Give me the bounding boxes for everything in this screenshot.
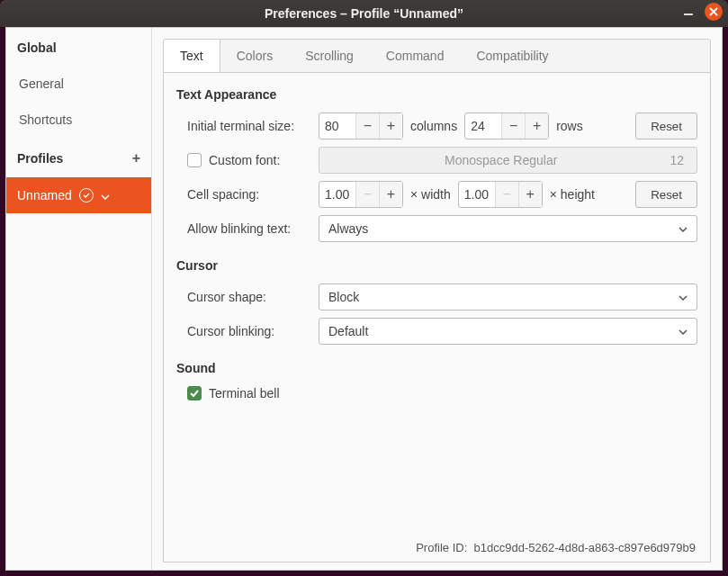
chevron-down-icon [679,327,688,337]
rows-minus-icon[interactable]: − [501,113,525,139]
font-size: 12 [670,153,684,167]
profile-menu-chevron-icon[interactable] [101,188,110,202]
profile-id-value: b1dcc9dd-5262-4d8d-a863-c897e6d979b9 [474,541,697,554]
label-width: × width [410,187,451,202]
font-chooser-button[interactable]: Monospace Regular 12 [319,147,697,174]
section-cursor: Cursor [176,258,697,273]
rows-stepper[interactable]: − + [464,112,549,140]
tab-command[interactable]: Command [370,40,461,72]
columns-stepper[interactable]: − + [319,112,403,140]
label-terminal-bell: Terminal bell [209,386,280,400]
profile-id-label: Profile ID: [416,541,467,554]
label-custom-font: Custom font: [209,153,280,167]
sidebar-profiles-header: Profiles + [6,138,151,177]
allow-blinking-select[interactable]: Always [319,215,697,242]
tab-text[interactable]: Text [164,40,220,72]
cursor-blinking-select[interactable]: Default [319,318,697,345]
sidebar-item-shortcuts[interactable]: Shortcuts [6,102,151,138]
rows-plus-icon[interactable]: + [525,113,548,139]
terminal-bell-checkbox[interactable] [187,386,202,400]
sidebar-item-general[interactable]: General [6,66,151,102]
profiles-label: Profiles [17,151,63,166]
columns-minus-icon[interactable]: − [355,113,379,139]
cell-height-plus-icon[interactable]: + [518,182,542,207]
label-columns: columns [410,119,457,133]
sidebar-global-header: Global [6,28,151,66]
section-text-appearance: Text Appearance [176,87,697,102]
label-allow-blinking: Allow blinking text: [176,221,311,236]
label-cell-spacing: Cell spacing: [176,187,311,202]
label-rows: rows [556,119,583,133]
chevron-down-icon [679,292,688,302]
cursor-blinking-value: Default [328,324,368,338]
cursor-shape-select[interactable]: Block [319,284,697,310]
cell-height-minus-icon: − [495,182,518,207]
label-initial-size: Initial terminal size: [176,119,311,133]
chevron-down-icon [679,224,688,234]
reset-size-button[interactable]: Reset [635,112,697,140]
label-height: × height [550,187,595,202]
window-title: Preferences – Profile “Unnamed” [265,6,463,21]
section-sound: Sound [176,361,697,375]
cell-width-input[interactable] [319,182,355,207]
cell-width-plus-icon[interactable]: + [379,182,402,207]
profile-id-footer: Profile ID: b1dcc9dd-5262-4d8d-a863-c897… [176,536,697,554]
cell-height-stepper[interactable]: − + [458,181,543,208]
profile-name: Unnamed [17,188,72,202]
cell-width-minus-icon: − [355,182,379,207]
custom-font-checkbox[interactable] [187,153,202,167]
svg-rect-0 [684,14,693,15]
label-cursor-shape: Cursor shape: [176,290,311,304]
label-cursor-blinking: Cursor blinking: [176,324,311,338]
tab-scrolling[interactable]: Scrolling [289,40,370,72]
font-name: Monospace Regular [332,153,670,167]
title-bar: Preferences – Profile “Unnamed” [0,0,728,27]
reset-cell-spacing-button[interactable]: Reset [635,181,697,208]
default-profile-check-icon [79,188,94,202]
cursor-shape-value: Block [328,290,359,304]
sidebar-profile-unnamed[interactable]: Unnamed [6,177,151,213]
cell-height-input[interactable] [459,182,495,207]
allow-blinking-value: Always [328,221,368,236]
add-profile-icon[interactable]: + [132,150,140,166]
rows-input[interactable] [465,113,501,139]
sidebar: Global General Shortcuts Profiles + Unna… [6,28,152,570]
minimize-button[interactable] [683,4,694,19]
columns-input[interactable] [319,113,355,139]
tab-compatibility[interactable]: Compatibility [460,40,564,72]
close-button[interactable] [705,3,723,21]
tab-colors[interactable]: Colors [220,40,289,72]
columns-plus-icon[interactable]: + [379,113,402,139]
cell-width-stepper[interactable]: − + [319,181,403,208]
tab-bar: Text Colors Scrolling Command Compatibil… [163,39,711,73]
